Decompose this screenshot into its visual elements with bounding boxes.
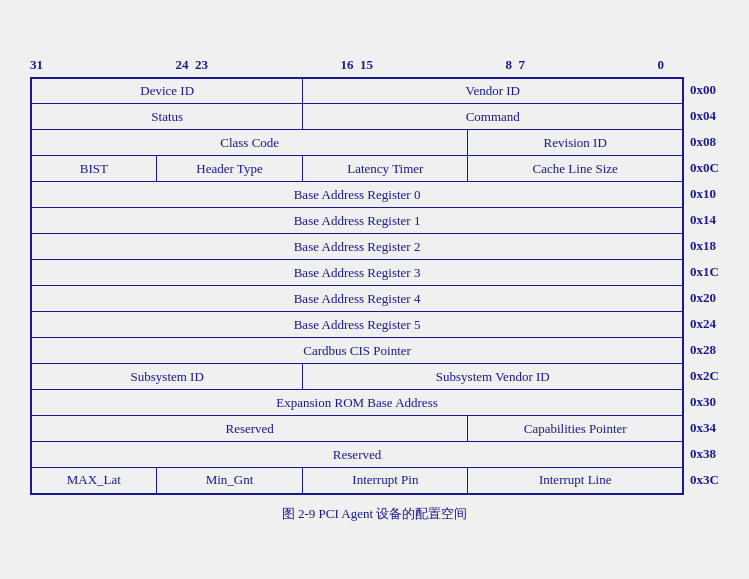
register-table: Device IDVendor IDStatusCommandClass Cod…	[30, 77, 684, 495]
offset-label: 0x30	[690, 389, 719, 415]
table-cell: BIST	[31, 156, 156, 182]
table-cell: Interrupt Pin	[303, 468, 468, 494]
offset-label: 0x38	[690, 441, 719, 467]
table-cell: Status	[31, 104, 303, 130]
offset-label: 0x24	[690, 311, 719, 337]
table-cell: Capabilities Pointer	[468, 416, 683, 442]
bit-8-7: 8 7	[506, 57, 526, 73]
offset-label: 0x1C	[690, 259, 719, 285]
offset-label: 0x28	[690, 337, 719, 363]
offset-label: 0x04	[690, 103, 719, 129]
table-cell: Min_Gnt	[156, 468, 303, 494]
table-cell: Device ID	[31, 78, 303, 104]
table-cell: Subsystem ID	[31, 364, 303, 390]
figure-caption: 图 2-9 PCI Agent 设备的配置空间	[30, 505, 719, 523]
table-cell: Reserved	[31, 416, 468, 442]
table-cell: Base Address Register 5	[31, 312, 683, 338]
table-cell: Subsystem Vendor ID	[303, 364, 683, 390]
table-cell: Cardbus CIS Pointer	[31, 338, 683, 364]
table-cell: Latency Timer	[303, 156, 468, 182]
offset-label: 0x18	[690, 233, 719, 259]
offset-label: 0x10	[690, 181, 719, 207]
bit-0: 0	[658, 57, 665, 73]
table-cell: Vendor ID	[303, 78, 683, 104]
table-cell: Header Type	[156, 156, 303, 182]
offset-label: 0x3C	[690, 467, 719, 493]
table-wrapper: Device IDVendor IDStatusCommandClass Cod…	[30, 77, 719, 495]
bit-24-23: 24 23	[176, 57, 209, 73]
table-cell: Base Address Register 0	[31, 182, 683, 208]
bit-31: 31	[30, 57, 43, 73]
table-cell: Command	[303, 104, 683, 130]
bit-16-15: 16 15	[341, 57, 374, 73]
offset-label: 0x2C	[690, 363, 719, 389]
table-cell: Base Address Register 4	[31, 286, 683, 312]
table-cell: Cache Line Size	[468, 156, 683, 182]
bit-labels: 31 24 23 16 15 8 7 0	[30, 57, 664, 77]
table-cell: Base Address Register 1	[31, 208, 683, 234]
table-cell: Base Address Register 2	[31, 234, 683, 260]
offset-label: 0x20	[690, 285, 719, 311]
table-cell: Interrupt Line	[468, 468, 683, 494]
offset-label: 0x14	[690, 207, 719, 233]
offset-column: 0x000x040x080x0C0x100x140x180x1C0x200x24…	[690, 77, 719, 493]
table-cell: Class Code	[31, 130, 468, 156]
offset-label: 0x08	[690, 129, 719, 155]
table-cell: Expansion ROM Base Address	[31, 390, 683, 416]
table-cell: MAX_Lat	[31, 468, 156, 494]
offset-label: 0x00	[690, 77, 719, 103]
offset-label: 0x34	[690, 415, 719, 441]
table-cell: Revision ID	[468, 130, 683, 156]
table-cell: Reserved	[31, 442, 683, 468]
offset-label: 0x0C	[690, 155, 719, 181]
table-cell: Base Address Register 3	[31, 260, 683, 286]
main-container: 31 24 23 16 15 8 7 0 Device IDVendor IDS…	[0, 37, 749, 543]
